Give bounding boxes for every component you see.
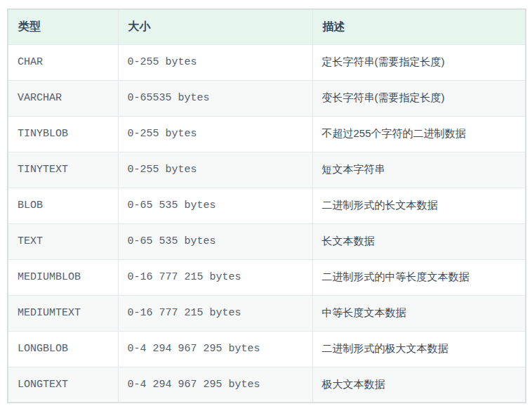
table-header-row: 类型 大小 描述 — [8, 9, 526, 44]
column-header-description: 描述 — [312, 9, 526, 44]
column-header-size: 大小 — [118, 9, 312, 44]
cell-size: 0-4 294 967 295 bytes — [118, 367, 312, 403]
cell-description: 定长字符串(需要指定长度) — [312, 44, 526, 80]
table-row: TINYTEXT 0-255 bytes 短文本字符串 — [8, 152, 526, 188]
data-types-table: 类型 大小 描述 CHAR 0-255 bytes 定长字符串(需要指定长度) … — [7, 8, 526, 403]
cell-size: 0-65 535 bytes — [118, 188, 312, 223]
cell-type: TINYTEXT — [8, 152, 118, 188]
table-body: CHAR 0-255 bytes 定长字符串(需要指定长度) VARCHAR 0… — [8, 44, 526, 403]
cell-type: MEDIUMBLOB — [8, 259, 118, 295]
cell-description: 短文本字符串 — [312, 152, 526, 188]
table-row: MEDIUMTEXT 0-16 777 215 bytes 中等长度文本数据 — [8, 295, 526, 331]
cell-type: LONGTEXT — [8, 367, 118, 403]
cell-size: 0-4 294 967 295 bytes — [118, 331, 312, 367]
cell-size: 0-255 bytes — [118, 116, 312, 152]
cell-size: 0-16 777 215 bytes — [118, 295, 312, 331]
table-row: LONGTEXT 0-4 294 967 295 bytes 极大文本数据 — [8, 367, 526, 403]
cell-description: 二进制形式的极大文本数据 — [312, 331, 526, 367]
table-row: MEDIUMBLOB 0-16 777 215 bytes 二进制形式的中等长度… — [8, 259, 526, 295]
cell-description: 中等长度文本数据 — [312, 295, 526, 331]
cell-size: 0-65535 bytes — [118, 80, 312, 116]
cell-description: 二进制形式的中等长度文本数据 — [312, 259, 526, 295]
cell-description: 二进制形式的长文本数据 — [312, 188, 526, 223]
cell-type: TEXT — [8, 223, 118, 259]
cell-type: VARCHAR — [8, 80, 118, 116]
cell-type: LONGBLOB — [8, 331, 118, 367]
cell-type: CHAR — [8, 44, 118, 80]
table-row: TINYBLOB 0-255 bytes 不超过255个字符的二进制数据 — [8, 116, 526, 152]
cell-size: 0-65 535 bytes — [118, 223, 312, 259]
cell-size: 0-16 777 215 bytes — [118, 259, 312, 295]
page: 类型 大小 描述 CHAR 0-255 bytes 定长字符串(需要指定长度) … — [0, 0, 532, 411]
cell-description: 长文本数据 — [312, 223, 526, 259]
table-row: BLOB 0-65 535 bytes 二进制形式的长文本数据 — [8, 188, 526, 223]
table-row: LONGBLOB 0-4 294 967 295 bytes 二进制形式的极大文… — [8, 331, 526, 367]
cell-type: TINYBLOB — [8, 116, 118, 152]
column-header-type: 类型 — [8, 9, 118, 44]
cell-description: 变长字符串(需要指定长度) — [312, 80, 526, 116]
cell-description: 不超过255个字符的二进制数据 — [312, 116, 526, 152]
table-row: CHAR 0-255 bytes 定长字符串(需要指定长度) — [8, 44, 526, 80]
cell-description: 极大文本数据 — [312, 367, 526, 403]
cell-size: 0-255 bytes — [118, 44, 312, 80]
table-row: VARCHAR 0-65535 bytes 变长字符串(需要指定长度) — [8, 80, 526, 116]
cell-type: BLOB — [8, 188, 118, 223]
cell-size: 0-255 bytes — [118, 152, 312, 188]
table-row: TEXT 0-65 535 bytes 长文本数据 — [8, 223, 526, 259]
cell-type: MEDIUMTEXT — [8, 295, 118, 331]
